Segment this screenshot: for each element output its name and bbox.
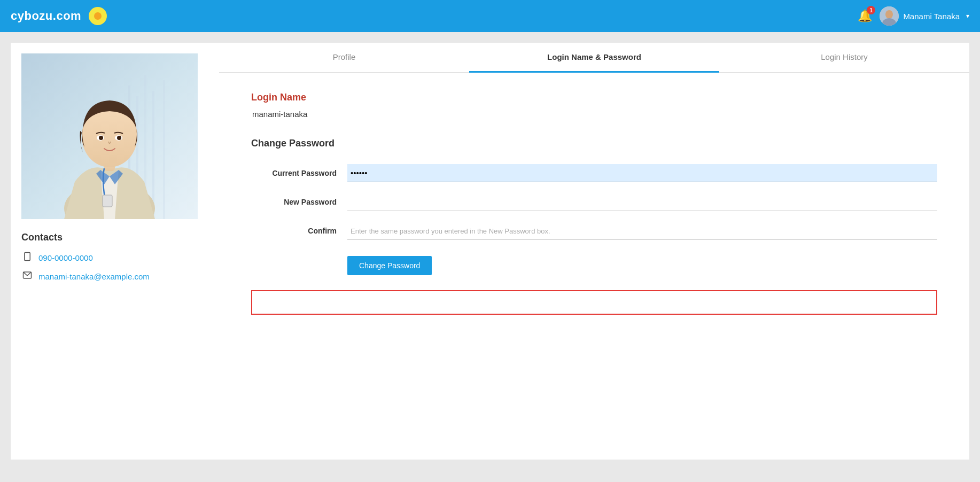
notifications-bell[interactable]: 🔔 1 xyxy=(858,9,872,23)
user-name: Manami Tanaka xyxy=(903,12,960,21)
avatar xyxy=(880,6,899,26)
header: cybozu.com 🔔 1 Manami Tanaka ▾ xyxy=(0,0,980,32)
confirm-row: Confirm xyxy=(251,222,937,240)
change-password-title: Change Password xyxy=(251,138,937,149)
main-content: Contacts 090-0000-0000 manami xyxy=(0,32,980,470)
header-left: cybozu.com xyxy=(11,7,107,25)
tab-content: Login Name manami-tanaka Change Password… xyxy=(219,73,969,334)
logo: cybozu.com xyxy=(11,9,81,23)
confirm-password-input[interactable] xyxy=(347,222,937,240)
phone-contact: 090-0000-0000 xyxy=(21,252,208,264)
new-password-label: New Password xyxy=(251,198,347,206)
chevron-down-icon: ▾ xyxy=(966,12,969,20)
user-menu[interactable]: Manami Tanaka ▾ xyxy=(880,6,969,26)
svg-rect-7 xyxy=(152,91,154,219)
tab-login-name-password[interactable]: Login Name & Password xyxy=(469,43,719,73)
current-password-label: Current Password xyxy=(251,169,347,177)
svg-point-14 xyxy=(99,136,103,140)
svg-point-15 xyxy=(117,136,121,140)
tab-profile[interactable]: Profile xyxy=(219,43,469,73)
login-name-value: manami-tanaka xyxy=(251,110,937,119)
current-password-row: Current Password xyxy=(251,164,937,182)
contacts-title: Contacts xyxy=(21,232,208,243)
error-box xyxy=(251,290,937,315)
left-panel: Contacts 090-0000-0000 manami xyxy=(11,43,219,460)
login-name-section-title: Login Name xyxy=(251,92,937,103)
current-password-input[interactable] xyxy=(347,164,937,182)
new-password-row: New Password xyxy=(251,193,937,211)
phone-link[interactable]: 090-0000-0000 xyxy=(38,253,93,262)
contacts-section: Contacts 090-0000-0000 manami xyxy=(21,232,208,283)
svg-point-1 xyxy=(885,10,893,19)
header-right: 🔔 1 Manami Tanaka ▾ xyxy=(858,6,969,26)
svg-rect-16 xyxy=(103,195,112,207)
new-password-input[interactable] xyxy=(347,193,937,211)
notification-badge: 1 xyxy=(867,6,875,14)
mail-icon xyxy=(21,270,33,283)
app-icon[interactable] xyxy=(89,7,107,25)
change-password-button[interactable]: Change Password xyxy=(347,256,432,275)
phone-icon xyxy=(21,252,33,264)
email-link[interactable]: manami-tanaka@example.com xyxy=(38,272,150,281)
tabs: Profile Login Name & Password Login Hist… xyxy=(219,43,969,73)
tab-login-history[interactable]: Login History xyxy=(719,43,969,73)
profile-photo xyxy=(21,53,198,219)
confirm-label: Confirm xyxy=(251,227,347,235)
svg-rect-8 xyxy=(163,80,165,219)
right-panel: Profile Login Name & Password Login Hist… xyxy=(219,43,969,460)
email-contact: manami-tanaka@example.com xyxy=(21,270,208,283)
